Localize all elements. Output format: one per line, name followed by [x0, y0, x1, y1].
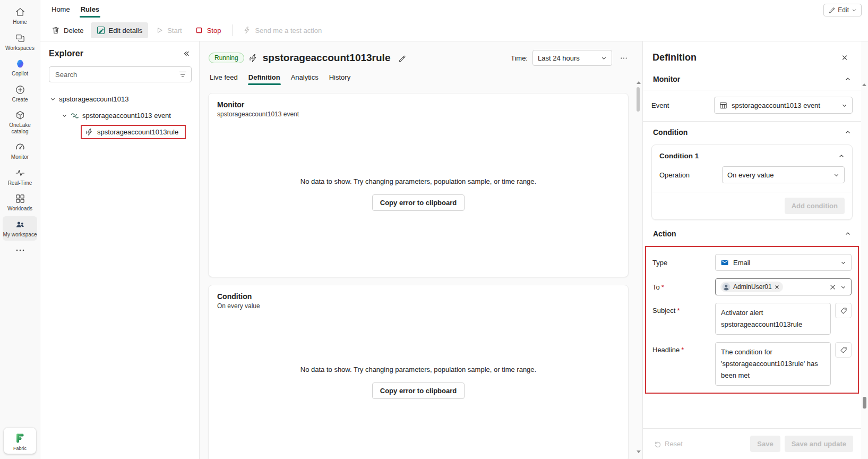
nav-my-workspace[interactable]: My workspace [3, 216, 37, 241]
recipient-chip[interactable]: AdminUser01 [720, 282, 783, 292]
action-section-header[interactable]: Action [651, 223, 853, 244]
rule-header: Running spstorageaccount1013rule Time: L… [200, 41, 642, 67]
operation-dropdown-value: On every value [727, 171, 829, 179]
fabric-logo[interactable]: Fabric [4, 428, 36, 454]
main-vertical-scrollbar[interactable] [635, 80, 641, 455]
nav-create[interactable]: Create [3, 81, 37, 106]
send-test-action-button[interactable]: Send me a test action [237, 22, 328, 38]
tag-icon [840, 346, 847, 354]
nav-monitor[interactable]: Monitor [3, 139, 37, 164]
condition-section-header[interactable]: Condition [651, 122, 853, 143]
save-button[interactable]: Save [750, 436, 780, 452]
chevron-down-icon [841, 103, 847, 108]
tab-definition[interactable]: Definition [243, 69, 286, 88]
insert-dynamic-field-button[interactable] [835, 342, 852, 358]
rename-rule-button[interactable] [395, 51, 409, 65]
nav-home[interactable]: Home [3, 4, 37, 29]
monitor-section-header[interactable]: Monitor [651, 69, 853, 90]
condition-1-title: Condition 1 [659, 152, 699, 160]
copy-error-button[interactable]: Copy error to clipboard [372, 382, 465, 399]
delete-button[interactable]: Delete [46, 22, 90, 38]
fabric-logo-icon [14, 432, 27, 445]
nav-onelake-catalog[interactable]: OneLake catalog [3, 107, 37, 138]
reset-button[interactable]: Reset [651, 439, 686, 448]
close-panel-button[interactable] [838, 50, 852, 64]
nav-real-time[interactable]: Real-Time [3, 165, 37, 190]
tree-item-label: spstorageaccount1013 event [82, 112, 171, 120]
pencil-icon [828, 6, 835, 13]
save-and-update-button[interactable]: Save and update [785, 436, 853, 452]
event-dropdown[interactable]: spstorageaccount1013 event [714, 97, 853, 114]
tag-icon [840, 307, 847, 314]
clear-recipients-icon[interactable] [829, 284, 836, 291]
tab-analytics[interactable]: Analytics [286, 69, 324, 88]
event-label: Event [651, 101, 714, 109]
tab-home[interactable]: Home [47, 1, 75, 19]
copy-error-button[interactable]: Copy error to clipboard [372, 194, 465, 211]
nav-workspaces[interactable]: Workspaces [3, 30, 37, 55]
subject-input[interactable]: Activator alert spstorageaccount1013rule [715, 303, 831, 335]
time-range-dropdown[interactable]: Last 24 hours [532, 50, 612, 66]
card-title: Condition [217, 292, 620, 301]
chevron-down-icon[interactable] [50, 96, 56, 102]
edit-split-button[interactable]: Edit [823, 4, 862, 16]
tab-rules[interactable]: Rules [76, 1, 104, 19]
edit-button-label: Edit [838, 6, 849, 14]
tree-item-event[interactable]: spstorageaccount1013 event [47, 107, 194, 124]
nav-workloads[interactable]: Workloads [3, 190, 37, 215]
chevron-down-icon [840, 284, 846, 290]
type-label: Type [652, 259, 715, 267]
email-icon [720, 258, 729, 267]
highlight-box-action: Type Email To* [645, 246, 859, 394]
play-icon [155, 26, 164, 35]
filter-icon[interactable] [179, 71, 186, 78]
scrollbar-thumb[interactable] [863, 397, 866, 409]
headline-label: Headline* [652, 342, 715, 354]
main-area: Running spstorageaccount1013rule Time: L… [200, 41, 642, 459]
more-options-button[interactable] [617, 51, 631, 65]
tree-item-rule[interactable]: spstorageaccount1013rule [47, 124, 194, 140]
onelake-catalog-icon [15, 110, 25, 121]
scroll-up-arrow-icon[interactable] [862, 82, 866, 88]
tab-history[interactable]: History [324, 69, 356, 88]
command-toolbar: Delete Edit details Start Stop Send me a… [40, 20, 868, 41]
chip-remove-icon[interactable] [775, 285, 779, 290]
monitor-card: Monitor spstorageaccount1013 event No da… [208, 93, 629, 277]
add-condition-button[interactable]: Add condition [785, 198, 845, 214]
section-title: Action [653, 230, 676, 238]
scrollbar-track[interactable] [635, 86, 641, 449]
cards-scroll-region: Monitor spstorageaccount1013 event No da… [200, 88, 642, 459]
trash-icon [51, 26, 60, 35]
scroll-up-arrow-icon[interactable] [637, 81, 641, 84]
stop-button[interactable]: Stop [189, 22, 227, 38]
headline-input[interactable]: The condition for 'spstorageaccount1013r… [715, 342, 831, 386]
action-type-dropdown[interactable]: Email [715, 254, 852, 271]
start-button[interactable]: Start [149, 22, 187, 38]
time-label: Time: [511, 54, 528, 62]
scroll-down-arrow-icon[interactable] [637, 450, 641, 453]
window-vertical-scrollbar[interactable] [861, 41, 868, 459]
insert-dynamic-field-button[interactable] [835, 303, 852, 318]
tab-live-feed[interactable]: Live feed [204, 69, 243, 88]
fabric-logo-label: Fabric [13, 446, 27, 451]
rule-tab-bar: Live feed Definition Analytics History [200, 67, 642, 88]
workloads-icon [15, 193, 25, 204]
definition-panel: Definition Monitor Event spstorageaccoun… [642, 41, 861, 459]
edit-details-button[interactable]: Edit details [91, 22, 149, 38]
tree-item-activator[interactable]: spstorageaccount1013 [47, 91, 194, 107]
operation-dropdown[interactable]: On every value [722, 166, 845, 183]
test-action-icon [243, 26, 251, 35]
to-label: To* [652, 283, 715, 291]
collapse-explorer-button[interactable] [181, 48, 192, 59]
tree-item-label: spstorageaccount1013 [59, 95, 129, 103]
search-input[interactable] [54, 70, 176, 79]
scrollbar-thumb[interactable] [637, 87, 640, 112]
nav-copilot[interactable]: Copilot [3, 55, 37, 80]
card-title: Monitor [217, 100, 620, 109]
nav-label: OneLake catalog [3, 122, 37, 134]
panel-title: Definition [652, 52, 697, 63]
to-recipient-picker[interactable]: AdminUser01 [715, 278, 852, 295]
chevron-down-icon[interactable] [62, 113, 67, 118]
condition-1-header[interactable]: Condition 1 [652, 145, 852, 164]
nav-more-button[interactable] [0, 246, 40, 254]
